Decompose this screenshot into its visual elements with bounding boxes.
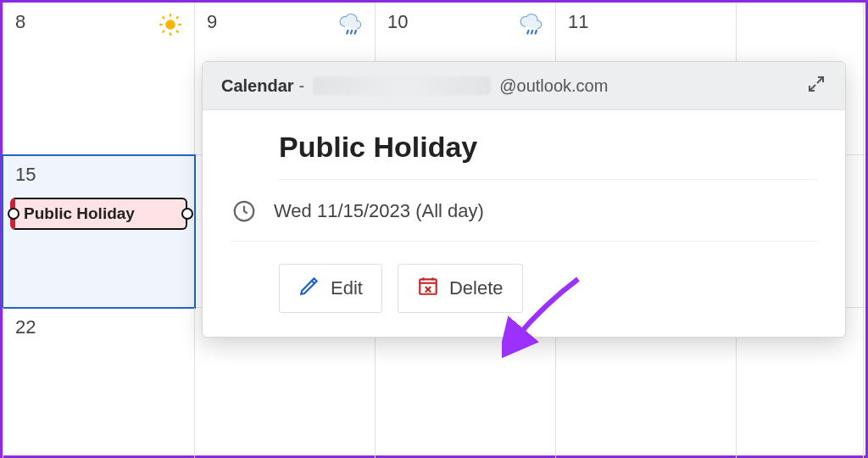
event-date-row: Wed 11/15/2023 (All day) <box>231 180 818 242</box>
svg-point-0 <box>165 20 175 30</box>
redacted-email-user <box>313 76 491 95</box>
popup-calendar-label: Calendar <box>221 76 294 96</box>
svg-line-14 <box>536 31 537 34</box>
event-popup: Calendar - @outlook.com Public Holiday W… <box>202 61 846 338</box>
calendar-event[interactable]: Public Holiday <box>10 198 187 230</box>
svg-rect-16 <box>420 279 437 293</box>
rain-icon <box>339 13 363 40</box>
event-resize-handle-left[interactable] <box>8 208 19 220</box>
expand-icon[interactable] <box>806 74 826 98</box>
day-cell[interactable]: 8 <box>3 3 195 155</box>
day-cell-selected[interactable]: 15 Public Holiday <box>3 155 195 308</box>
svg-line-5 <box>163 17 164 19</box>
day-cell[interactable]: 22 <box>3 308 195 458</box>
popup-calendar-title: Calendar - @outlook.com <box>221 76 608 96</box>
edit-button[interactable]: Edit <box>279 264 382 313</box>
event-title: Public Holiday <box>24 204 135 222</box>
popup-email-domain: @outlook.com <box>499 76 608 96</box>
event-title-heading: Public Holiday <box>279 131 818 180</box>
svg-line-8 <box>176 17 178 19</box>
delete-label: Delete <box>449 277 504 299</box>
svg-line-12 <box>527 31 528 34</box>
day-number: 10 <box>387 11 408 32</box>
sunny-icon <box>159 13 182 40</box>
day-number: 22 <box>15 316 36 338</box>
day-number: 9 <box>207 11 217 32</box>
popup-header: Calendar - @outlook.com <box>203 62 845 110</box>
rain-icon <box>520 13 543 40</box>
delete-button[interactable]: Delete <box>398 264 523 313</box>
svg-line-13 <box>531 31 532 34</box>
clock-icon <box>231 198 257 224</box>
svg-line-9 <box>347 31 348 34</box>
popup-actions: Edit Delete <box>231 242 818 313</box>
event-date-text: Wed 11/15/2023 (All day) <box>274 200 484 222</box>
day-number: 11 <box>568 11 588 32</box>
event-resize-handle-right[interactable] <box>181 208 193 220</box>
day-number: 8 <box>15 11 25 32</box>
svg-line-11 <box>355 31 356 34</box>
edit-label: Edit <box>331 277 363 299</box>
delete-calendar-icon <box>417 275 439 302</box>
popup-dash: - <box>299 76 305 96</box>
svg-line-10 <box>351 31 352 34</box>
svg-line-7 <box>163 31 164 32</box>
pencil-icon <box>298 275 320 302</box>
day-number: 15 <box>15 164 36 185</box>
svg-line-6 <box>176 31 178 32</box>
popup-body: Public Holiday Wed 11/15/2023 (All day) … <box>203 110 845 337</box>
